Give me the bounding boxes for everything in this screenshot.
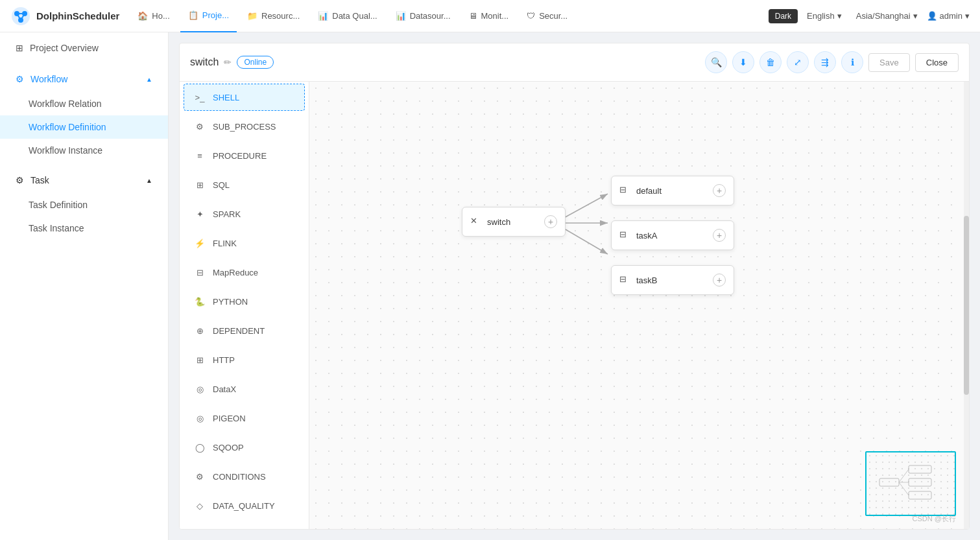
canvas-container: switch ✏ Online 🔍 ⬇ 🗑 ⤢ ⇶ xyxy=(179,43,970,530)
task-icon: ⚙ xyxy=(16,175,24,185)
task-palette-item-python[interactable]: 🐍PYTHON xyxy=(184,288,305,315)
app-name: DolphinScheduler xyxy=(36,10,119,21)
switch-node-icon: ✕ xyxy=(470,216,482,228)
default-node-icon: ⊟ xyxy=(619,185,631,196)
datax-palette-icon: ◎ xyxy=(193,382,206,395)
dependent-palette-label: DEPENDENT xyxy=(213,326,265,336)
task-palette-item-sqoop[interactable]: ◯SQOOP xyxy=(184,434,305,461)
layout-button[interactable]: ⇶ xyxy=(814,51,836,73)
sidebar-section-task: ⚙ Task ▲ Task Definition Task Instance xyxy=(0,165,168,242)
procedure-palette-label: PROCEDURE xyxy=(213,151,267,161)
taskA-node[interactable]: ⊟ taskA + xyxy=(611,220,734,250)
taskB-node-add[interactable]: + xyxy=(713,274,726,287)
default-node-add[interactable]: + xyxy=(713,184,726,197)
svg-rect-14 xyxy=(909,491,931,499)
switch-node[interactable]: ✕ switch + xyxy=(462,207,566,237)
nav-resource[interactable]: 📁 Resourc... xyxy=(239,0,307,32)
task-palette-item-dataquality[interactable]: ◇DATA_QUALITY xyxy=(184,492,305,519)
save-button[interactable]: Save xyxy=(868,53,910,72)
task-palette-item-conditions[interactable]: ⚙CONDITIONS xyxy=(184,463,305,490)
task-palette-item-pigeon[interactable]: ◎PIGEON xyxy=(184,405,305,432)
task-palette-item-spark[interactable]: ✦SPARK xyxy=(184,200,305,228)
project-overview-icon: ⊞ xyxy=(16,43,23,53)
pigeon-palette-label: PIGEON xyxy=(213,414,246,423)
task-palette-item-http[interactable]: ⊞HTTP xyxy=(184,346,305,373)
taskA-node-add[interactable]: + xyxy=(713,229,726,242)
nav-security[interactable]: 🛡 Secur... xyxy=(519,0,575,32)
timezone-selector[interactable]: Asia/Shanghai ▾ xyxy=(851,11,923,21)
info-button[interactable]: ℹ xyxy=(841,51,863,73)
taskA-node-label: taskA xyxy=(636,231,708,241)
task-caret-icon: ▲ xyxy=(146,177,152,184)
python-palette-label: PYTHON xyxy=(213,297,248,307)
sidebar-item-task-instance[interactable]: Task Instance xyxy=(0,217,168,240)
diagram-scrollbar[interactable] xyxy=(964,82,969,529)
canvas-body: >_SHELL⚙SUB_PROCESS≡PROCEDURE⊞SQL✦SPARK⚡… xyxy=(180,82,969,529)
task-palette-item-dependent[interactable]: ⊕DEPENDENT xyxy=(184,317,305,344)
nav-dataquality[interactable]: 📊 Data Qual... xyxy=(310,0,385,32)
workflow-icon: ⚙ xyxy=(16,74,24,84)
http-palette-icon: ⊞ xyxy=(193,353,206,366)
resource-icon: 📁 xyxy=(247,11,257,21)
sidebar-item-workflow-instance[interactable]: Workflow Instance xyxy=(0,139,168,162)
diagram-scrollbar-thumb[interactable] xyxy=(964,216,969,395)
sidebar-item-project-overview[interactable]: ⊞ Project Overview xyxy=(0,35,168,61)
taskB-node-icon: ⊟ xyxy=(619,274,631,286)
layout-icon: ⇶ xyxy=(821,57,829,67)
flink-palette-label: FLINK xyxy=(213,239,237,248)
delete-icon: 🗑 xyxy=(766,57,775,67)
user-icon: 👤 xyxy=(927,11,937,21)
sidebar-item-workflow-relation[interactable]: Workflow Relation xyxy=(0,92,168,115)
datasource-icon: 📊 xyxy=(396,11,406,21)
sqoop-palette-label: SQOOP xyxy=(213,443,244,452)
security-icon: 🛡 xyxy=(527,11,535,21)
sidebar-item-task-definition[interactable]: Task Definition xyxy=(0,193,168,217)
switch-node-add[interactable]: + xyxy=(544,215,557,228)
sidebar: ⊞ Project Overview ⚙ Workflow ▲ Workflow… xyxy=(0,32,169,540)
user-menu[interactable]: 👤 admin ▾ xyxy=(927,11,970,21)
project-icon: 📋 xyxy=(188,10,198,20)
task-palette-item-flink[interactable]: ⚡FLINK xyxy=(184,229,305,257)
minimap-inner xyxy=(866,452,955,515)
fullscreen-button[interactable]: ⤢ xyxy=(787,51,809,73)
nav-monitor[interactable]: 🖥 Monit... xyxy=(461,0,517,32)
sidebar-item-workflow-definition[interactable]: Workflow Definition xyxy=(0,115,168,139)
logo-icon xyxy=(10,6,31,27)
search-button[interactable]: 🔍 xyxy=(705,51,727,73)
delete-button[interactable]: 🗑 xyxy=(759,51,782,73)
nav-project[interactable]: 📋 Proje... xyxy=(180,0,237,32)
http-palette-label: HTTP xyxy=(213,355,235,365)
task-palette-item-procedure[interactable]: ≡PROCEDURE xyxy=(184,142,305,169)
procedure-palette-icon: ≡ xyxy=(193,149,206,162)
task-palette-item-subprocess[interactable]: ⚙SUB_PROCESS xyxy=(184,113,305,140)
task-palette-item-mapreduce[interactable]: ⊟MapReduce xyxy=(184,259,305,286)
taskB-node[interactable]: ⊟ taskB + xyxy=(611,265,734,295)
language-selector[interactable]: English ▾ xyxy=(802,11,847,21)
download-button[interactable]: ⬇ xyxy=(732,51,754,73)
dataquality-palette-icon: ◇ xyxy=(193,499,206,512)
task-palette-item-datax[interactable]: ◎DataX xyxy=(184,375,305,403)
svg-rect-13 xyxy=(909,478,931,486)
sidebar-section-project: ⊞ Project Overview xyxy=(0,32,168,64)
task-palette-item-sql[interactable]: ⊞SQL xyxy=(184,171,305,198)
shell-palette-icon: >_ xyxy=(193,91,206,104)
fullscreen-icon: ⤢ xyxy=(794,57,802,67)
diagram-area[interactable]: ✕ switch + ⊟ default + ⊟ taskA + xyxy=(309,82,969,529)
subprocess-palette-icon: ⚙ xyxy=(193,120,206,133)
nav-home[interactable]: 🏠 Ho... xyxy=(130,0,177,32)
theme-toggle[interactable]: Dark xyxy=(769,9,798,23)
edit-icon[interactable]: ✏ xyxy=(224,57,232,67)
nav-datasource[interactable]: 📊 Datasour... xyxy=(388,0,459,32)
watermark: CSDN @长行 xyxy=(913,514,956,524)
default-node[interactable]: ⊟ default + xyxy=(611,176,734,205)
datax-palette-label: DataX xyxy=(213,384,236,394)
mapreduce-palette-label: MapReduce xyxy=(213,268,258,277)
svg-rect-12 xyxy=(909,465,931,473)
close-button[interactable]: Close xyxy=(915,53,959,72)
status-badge: Online xyxy=(237,56,274,69)
sidebar-section-workflow: ⚙ Workflow ▲ Workflow Relation Workflow … xyxy=(0,64,168,165)
sidebar-item-task[interactable]: ⚙ Task ▲ xyxy=(0,167,168,193)
task-palette-item-shell[interactable]: >_SHELL xyxy=(184,84,305,111)
app-logo[interactable]: DolphinScheduler xyxy=(10,6,119,27)
sidebar-item-workflow[interactable]: ⚙ Workflow ▲ xyxy=(0,66,168,92)
